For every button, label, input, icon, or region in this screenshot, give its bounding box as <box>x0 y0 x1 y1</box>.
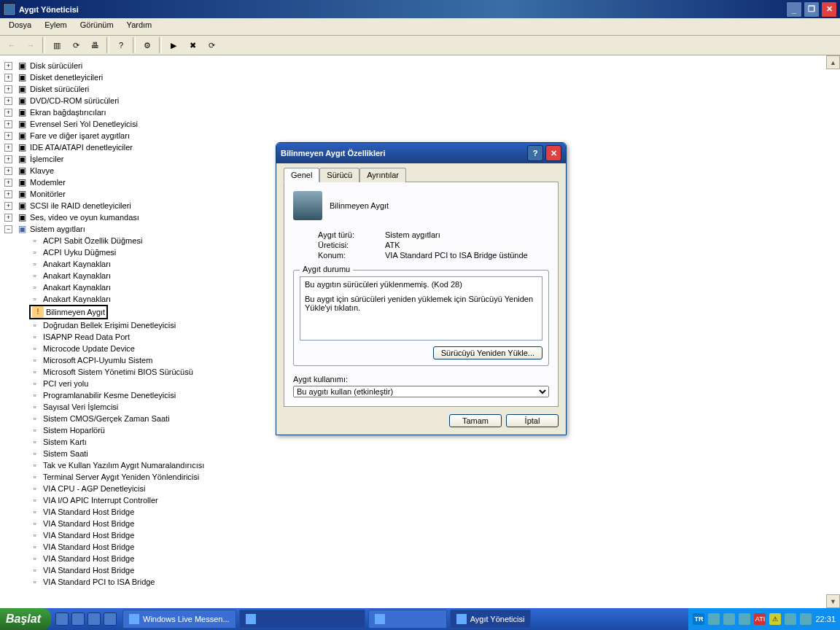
tree-subitem[interactable]: ▫VIA Standard Host Bridge <box>29 541 836 553</box>
expand-icon[interactable]: + <box>4 167 12 175</box>
refresh-icon[interactable]: ⟳ <box>67 36 85 54</box>
app-taskbar-icon <box>375 614 385 624</box>
menu-file[interactable]: Dosya <box>3 19 37 34</box>
collapse-icon[interactable]: − <box>4 225 12 233</box>
status-textbox[interactable]: Bu aygıtın sürücüleri yüklenmemiş. (Kod … <box>300 276 542 341</box>
expand-icon[interactable]: + <box>4 132 12 140</box>
tree-label: VIA Standard Host Bridge <box>43 529 134 541</box>
tray-icon-warn[interactable]: ⚠ <box>769 613 781 625</box>
tray-icon-1[interactable] <box>708 613 720 625</box>
tree-item[interactable]: +▣DVD/CD-ROM sürücüleri <box>4 95 836 106</box>
menu-help[interactable]: Yardım <box>121 19 158 34</box>
tray-icon-ati[interactable]: ATI <box>754 613 766 625</box>
expand-icon[interactable]: + <box>4 190 12 198</box>
device-large-icon <box>293 191 322 220</box>
language-indicator[interactable]: TR <box>693 613 704 625</box>
enable-icon[interactable]: ▶ <box>165 36 182 54</box>
dialog-close-button[interactable]: ✕ <box>545 145 561 161</box>
tree-label: Anakart Kaynakları <box>43 281 111 293</box>
ql-ie-icon[interactable] <box>55 612 69 626</box>
print-icon[interactable]: 🖶 <box>86 36 104 54</box>
expand-icon[interactable]: + <box>4 85 12 93</box>
expand-icon[interactable]: + <box>4 214 12 222</box>
tree-subitem[interactable]: ▫Tak ve Kullan Yazılım Aygıt Numaralandı… <box>29 459 836 471</box>
tree-subitem[interactable]: ▫VIA CPU - AGP Denetleyicisi <box>29 483 836 494</box>
tree-subitem[interactable]: ▫VIA Standard Host Bridge <box>29 518 836 529</box>
category-icon: ▣ <box>16 223 28 235</box>
expand-icon[interactable]: + <box>4 144 12 152</box>
taskbar-item-2[interactable] <box>239 610 365 629</box>
tray-icon-3[interactable] <box>739 613 750 625</box>
tree-item[interactable]: +▣Disket denetleyicileri <box>4 71 836 83</box>
usage-select[interactable]: Bu aygıtı kullan (etkinleştir) <box>293 386 549 397</box>
taskbar-item-3[interactable] <box>368 610 447 629</box>
scroll-down-button[interactable]: ▼ <box>826 594 840 608</box>
expand-icon[interactable]: + <box>4 97 12 105</box>
tree-label: Fare ve diğer işaret aygıtları <box>30 130 130 141</box>
tab-general[interactable]: Genel <box>284 168 319 182</box>
tab-details[interactable]: Ayrıntılar <box>359 168 406 182</box>
minimize-button[interactable]: _ <box>786 1 802 18</box>
device-icon: ▫ <box>29 401 41 413</box>
dialog-help-button[interactable]: ? <box>527 145 543 161</box>
close-button[interactable]: ✕ <box>821 1 837 18</box>
category-icon: ▣ <box>16 130 28 141</box>
tray-icon-vol[interactable] <box>800 613 812 625</box>
expand-icon[interactable]: + <box>4 109 12 117</box>
ql-desktop-icon[interactable] <box>104 612 117 626</box>
taskbar-clock[interactable]: 22:31 <box>815 615 836 623</box>
expand-icon[interactable]: + <box>4 155 12 163</box>
update-icon[interactable]: ⟳ <box>203 36 220 54</box>
properties-icon[interactable]: ▥ <box>48 36 66 54</box>
tree-item[interactable]: +▣Ekran bağdaştırıcıları <box>4 106 836 118</box>
start-button[interactable]: Başlat <box>0 608 51 630</box>
tree-subitem[interactable]: ▫Sistem Saati <box>29 448 836 459</box>
tree-subitem[interactable]: ▫VIA Standard Host Bridge <box>29 506 836 518</box>
tree-subitem[interactable]: ▫VIA Standard Host Bridge <box>29 564 836 576</box>
tree-item[interactable]: +▣Disket sürücüleri <box>4 83 836 95</box>
tree-item[interactable]: +▣Disk sürücüleri <box>4 60 836 71</box>
tree-subitem[interactable]: ▫VIA Standard PCI to ISA Bridge <box>29 576 836 588</box>
expand-icon[interactable]: + <box>4 74 12 82</box>
messenger-icon <box>129 614 139 624</box>
dialog-titlebar[interactable]: Bilinmeyen Aygıt Özellikleri ? ✕ <box>276 143 566 163</box>
tree-label: Programlanabilir Kesme Denetleyicisi <box>43 389 176 401</box>
help-icon[interactable]: ? <box>112 36 130 54</box>
restore-button[interactable]: ❐ <box>804 1 820 18</box>
expand-icon[interactable]: + <box>4 179 12 187</box>
label-loc: Konum: <box>318 251 385 260</box>
device-icon: ▫ <box>29 553 41 564</box>
forward-button[interactable]: → <box>22 36 39 54</box>
reinstall-driver-button[interactable]: Sürücüyü Yeniden Yükle... <box>433 346 542 359</box>
tree-subitem[interactable]: ▫VIA Standard Host Bridge <box>29 553 836 564</box>
category-icon: ▣ <box>16 71 28 83</box>
dialog-title: Bilinmeyen Aygıt Özellikleri <box>281 149 385 158</box>
ql-mail-icon[interactable] <box>71 612 85 626</box>
expand-icon[interactable]: + <box>4 120 12 128</box>
scan-icon[interactable]: ⚙ <box>139 36 156 54</box>
tray-icon-2[interactable] <box>723 613 735 625</box>
tray-icon-net[interactable] <box>785 613 796 625</box>
menu-view[interactable]: Görünüm <box>74 19 120 34</box>
uninstall-icon[interactable]: ✖ <box>184 36 201 54</box>
tab-driver[interactable]: Sürücü <box>319 168 359 182</box>
back-button[interactable]: ← <box>3 36 20 54</box>
tree-subitem[interactable]: ▫Terminal Server Aygıt Yeniden Yönlendir… <box>29 471 836 483</box>
tree-subitem[interactable]: ▫VIA I/O APIC Interrupt Controller <box>29 494 836 506</box>
taskbar-item-messenger[interactable]: Windows Live Messen... <box>122 610 236 629</box>
taskbar-item-devmgr[interactable]: Aygıt Yöneticisi <box>450 610 532 629</box>
device-icon: ▫ <box>29 494 41 506</box>
ql-media-icon[interactable] <box>88 612 101 626</box>
scroll-up-button[interactable]: ▲ <box>826 55 840 69</box>
tree-subitem[interactable]: ▫Sistem Kartı <box>29 436 836 448</box>
ok-button[interactable]: Tamam <box>449 414 502 427</box>
expand-icon[interactable]: + <box>4 202 12 210</box>
label-mfg: Üreticisi: <box>318 241 385 249</box>
tree-subitem[interactable]: ▫VIA Standard Host Bridge <box>29 529 836 541</box>
menu-action[interactable]: Eylem <box>39 19 73 34</box>
expand-icon[interactable]: + <box>4 62 12 70</box>
category-icon: ▣ <box>16 211 28 223</box>
tree-item[interactable]: +▣Evrensel Seri Yol Denetleyicisi <box>4 118 836 130</box>
cancel-button[interactable]: İptal <box>506 414 559 427</box>
tree-item[interactable]: +▣Fare ve diğer işaret aygıtları <box>4 130 836 141</box>
